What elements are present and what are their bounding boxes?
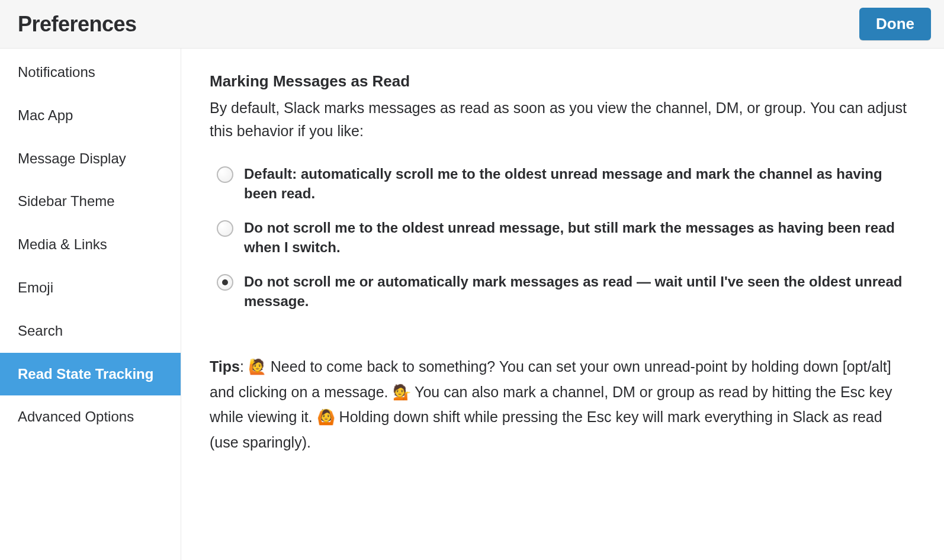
- raising-hand-icon: 🙋: [248, 354, 266, 379]
- sidebar-item-label: Message Display: [18, 150, 126, 166]
- sidebar-item-label: Read State Tracking: [18, 366, 153, 382]
- read-behavior-option-1[interactable]: Default: automatically scroll me to the …: [217, 164, 908, 204]
- sidebar-item-advanced-options[interactable]: Advanced Options: [0, 395, 181, 439]
- radio-icon: [217, 274, 233, 291]
- sidebar-item-read-state-tracking[interactable]: Read State Tracking: [0, 353, 181, 396]
- sidebar-item-label: Emoji: [18, 279, 53, 295]
- sidebar-item-label: Notifications: [18, 64, 95, 80]
- section-title: Marking Messages as Read: [210, 72, 908, 91]
- sidebar-item-sidebar-theme[interactable]: Sidebar Theme: [0, 180, 181, 223]
- ok-gesture-icon: 🙆: [317, 404, 335, 430]
- section-description: By default, Slack marks messages as read…: [210, 96, 908, 143]
- sidebar-item-mac-app[interactable]: Mac App: [0, 94, 181, 137]
- done-button[interactable]: Done: [859, 8, 931, 40]
- radio-icon: [217, 166, 233, 183]
- sidebar-item-emoji[interactable]: Emoji: [0, 266, 181, 310]
- sidebar: NotificationsMac AppMessage DisplaySideb…: [0, 49, 181, 560]
- header: Preferences Done: [0, 0, 944, 49]
- sidebar-item-message-display[interactable]: Message Display: [0, 137, 181, 181]
- radio-option-label: Default: automatically scroll me to the …: [244, 164, 908, 204]
- tips-label: Tips: [210, 358, 240, 375]
- sidebar-item-label: Mac App: [18, 107, 73, 123]
- read-behavior-option-2[interactable]: Do not scroll me to the oldest unread me…: [217, 218, 908, 258]
- sidebar-item-search[interactable]: Search: [0, 310, 181, 353]
- read-behavior-option-3[interactable]: Do not scroll me or automatically mark m…: [217, 272, 908, 311]
- sidebar-item-label: Media & Links: [18, 236, 107, 252]
- sidebar-item-label: Advanced Options: [18, 408, 134, 424]
- radio-icon: [217, 220, 233, 237]
- radio-option-label: Do not scroll me or automatically mark m…: [244, 272, 908, 311]
- page-title: Preferences: [18, 12, 137, 37]
- sidebar-item-label: Sidebar Theme: [18, 193, 115, 209]
- tips-paragraph: Tips: 🙋 Need to come back to something? …: [210, 354, 908, 455]
- sidebar-item-label: Search: [18, 323, 63, 339]
- sidebar-item-media-links[interactable]: Media & Links: [0, 223, 181, 266]
- content: Marking Messages as Read By default, Sla…: [181, 49, 944, 560]
- sidebar-item-notifications[interactable]: Notifications: [0, 51, 181, 94]
- read-behavior-radio-group: Default: automatically scroll me to the …: [217, 164, 908, 312]
- info-desk-person-icon: 💁: [393, 379, 411, 405]
- radio-option-label: Do not scroll me to the oldest unread me…: [244, 218, 908, 258]
